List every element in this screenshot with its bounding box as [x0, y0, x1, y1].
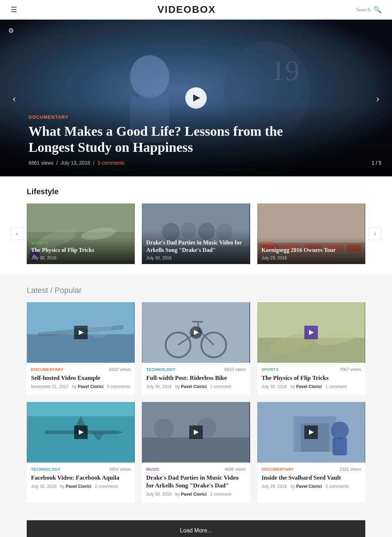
latest-author-row-2: July 30, 2016 by Pavel Ciorici 1 comment — [262, 384, 361, 389]
site-logo: VIDEOBOX — [158, 4, 216, 15]
latest-meta-1: TECHNOLOGY 6833 views — [146, 367, 246, 372]
latest-views-3: 3854 views — [109, 467, 130, 472]
lifestyle-title: Lifestyle — [27, 187, 58, 196]
latest-card-3[interactable]: TECHNOLOGY 3854 views Facebook Video: Fa… — [27, 402, 135, 502]
latest-category-5: DOCUMENTARY — [262, 467, 294, 471]
latest-author-row-1: July 30, 2016 by Pavel Ciorici 1 comment — [146, 384, 246, 389]
latest-card-title-2: The Physics of Flip Tricks — [262, 374, 361, 382]
latest-comments-3: 2 comments — [95, 484, 118, 489]
latest-play-2[interactable] — [304, 326, 318, 339]
latest-info-3: TECHNOLOGY 3854 views Facebook Video: Fa… — [27, 463, 135, 495]
svg-text:19: 19 — [271, 55, 299, 86]
latest-comments-2: 1 comment — [325, 384, 346, 389]
latest-comments-1: 1 comment — [210, 384, 231, 389]
lifestyle-card-overlay-1: MUSIC Drake's Dad Parties in Music Video… — [142, 230, 250, 264]
latest-author-link-4[interactable]: Pavel Ciorici — [181, 492, 207, 497]
menu-icon[interactable]: ☰ — [11, 5, 17, 14]
latest-author-link-3[interactable]: Pavel Ciorici — [66, 484, 91, 489]
hero-title: What Makes a Good Life? Lessons from the… — [29, 123, 296, 156]
lifestyle-card-2[interactable]: CARS Koenigsegg 2016 Owners Tour July 29… — [257, 203, 365, 264]
lifestyle-section-header: Lifestyle — [27, 187, 365, 196]
latest-card-1[interactable]: TECHNOLOGY 6833 views Full-width Post: R… — [142, 302, 250, 395]
latest-card-title-0: Self-hosted Video Example — [31, 374, 130, 382]
lifestyle-prev-button[interactable]: ‹ — [11, 227, 23, 240]
lifestyle-card-1[interactable]: MUSIC Drake's Dad Parties in Music Video… — [142, 203, 250, 264]
latest-thumb-4 — [142, 402, 250, 463]
hero-section[interactable]: 19 ⚙ ‹ › DOCUMENTARY What Makes a Good L… — [0, 20, 392, 176]
latest-category-1: TECHNOLOGY — [146, 367, 176, 372]
hero-date: July 13, 2016 — [61, 160, 90, 166]
lifestyle-card-date-0: July 30, 2016 — [31, 255, 130, 260]
latest-section: Latest / Popular DOCUMENTARY — [0, 275, 392, 513]
hero-views: 6861 views — [29, 160, 53, 166]
latest-views-0: 6602 views — [109, 367, 130, 372]
svg-point-44 — [219, 420, 237, 438]
lifestyle-card-category-0: SPORTS — [31, 241, 130, 245]
latest-author-row-0: November 21, 2017 by Pavel Ciorici 0 com… — [31, 384, 130, 389]
latest-category-2: SPORTS — [262, 367, 279, 372]
latest-play-3[interactable] — [74, 425, 88, 439]
lifestyle-card-thumb-0: SPORTS The Physics of Flip Tricks July 3… — [27, 203, 135, 264]
hero-comments-link[interactable]: 3 comments — [97, 160, 124, 166]
latest-play-4[interactable] — [189, 425, 203, 439]
latest-author-link-0[interactable]: Pavel Ciorici — [78, 384, 103, 389]
lifestyle-card-overlay-2: CARS Koenigsegg 2016 Owners Tour July 29… — [257, 237, 365, 264]
latest-comments-5: 0 comments — [325, 484, 349, 489]
lifestyle-card-thumb-1: MUSIC Drake's Dad Parties in Music Video… — [142, 203, 250, 264]
hero-category: DOCUMENTARY — [29, 114, 363, 120]
latest-category-3: TECHNOLOGY — [31, 467, 61, 471]
lifestyle-card-title-2: Koenigsegg 2016 Owners Tour — [262, 247, 361, 254]
search-text: Search — [356, 7, 371, 13]
latest-info-5: DOCUMENTARY 2321 views Inside the Svalba… — [257, 463, 365, 495]
search-icon[interactable]: 🔍 — [373, 6, 381, 14]
latest-author-row-3: July 30, 2016 by Pavel Ciorici 2 comment… — [31, 484, 130, 489]
load-more-button[interactable]: Load More... — [27, 520, 365, 537]
latest-card-title-5: Inside the Svalbard Seed Vault — [262, 474, 361, 482]
latest-meta-2: SPORTS 7067 views — [262, 367, 361, 372]
latest-author-link-2[interactable]: Pavel Ciorici — [296, 384, 322, 389]
latest-card-title-1: Full-width Post: Riderless Bike — [146, 374, 246, 382]
latest-card-title-4: Drake's Dad Parties in Music Video for A… — [146, 474, 246, 490]
latest-meta-4: MUSIC 4696 views — [146, 467, 246, 472]
svg-point-41 — [154, 419, 174, 439]
latest-card-title-3: Facebook Video: Facebook Aquila — [31, 474, 130, 482]
latest-card-5[interactable]: DOCUMENTARY 2321 views Inside the Svalba… — [257, 402, 365, 502]
svg-point-48 — [331, 422, 349, 439]
latest-meta-0: DOCUMENTARY 6602 views — [31, 367, 130, 372]
latest-thumb-1 — [142, 302, 250, 363]
lifestyle-card-title-0: The Physics of Flip Tricks — [31, 247, 130, 254]
lifestyle-card-date-1: July 30, 2016 — [146, 255, 246, 260]
lifestyle-next-button[interactable]: › — [369, 227, 381, 240]
load-more-section: Load More... — [0, 513, 392, 537]
hero-settings-icon[interactable]: ⚙ — [5, 25, 17, 36]
latest-author-row-4: July 30, 2016 by Pavel Ciorici 1 comment — [146, 492, 246, 497]
svg-rect-40 — [143, 438, 249, 463]
latest-play-5[interactable] — [304, 425, 318, 439]
latest-play-0[interactable] — [74, 326, 88, 339]
latest-meta-5: DOCUMENTARY 2321 views — [262, 467, 361, 472]
latest-author-row-5: July 29, 2016 by Pavel Ciorici 0 comment… — [262, 484, 361, 489]
latest-category-0: DOCUMENTARY — [31, 367, 63, 372]
latest-play-1[interactable] — [189, 326, 203, 339]
lifestyle-card-date-2: July 29, 2016 — [262, 255, 361, 260]
latest-card-2[interactable]: SPORTS 7067 views The Physics of Flip Tr… — [257, 302, 365, 395]
latest-comments-4: 1 comment — [210, 492, 231, 497]
latest-author-link-5[interactable]: Pavel Ciorici — [296, 484, 322, 489]
latest-views-1: 6833 views — [225, 367, 246, 372]
latest-category-4: MUSIC — [146, 467, 160, 471]
lifestyle-card-0[interactable]: SPORTS The Physics of Flip Tricks July 3… — [27, 203, 135, 264]
svg-point-1 — [130, 55, 169, 98]
svg-point-25 — [84, 309, 113, 338]
latest-info-4: MUSIC 4696 views Drake's Dad Parties in … — [142, 463, 250, 502]
latest-thumb-2 — [257, 302, 365, 363]
search-area[interactable]: Search 🔍 — [356, 6, 381, 14]
latest-card-0[interactable]: DOCUMENTARY 6602 views Self-hosted Video… — [27, 302, 135, 395]
hero-meta: 6861 views / July 13, 2016 / 3 comments — [29, 160, 363, 166]
latest-card-4[interactable]: MUSIC 4696 views Drake's Dad Parties in … — [142, 402, 250, 502]
latest-title: Latest / Popular — [27, 286, 82, 295]
lifestyle-card-category-1: MUSIC — [146, 233, 246, 238]
latest-thumb-5 — [257, 402, 365, 463]
lifestyle-card-category-2: CARS — [262, 241, 361, 245]
latest-author-link-1[interactable]: Pavel Ciorici — [181, 384, 207, 389]
latest-info-0: DOCUMENTARY 6602 views Self-hosted Video… — [27, 363, 135, 395]
